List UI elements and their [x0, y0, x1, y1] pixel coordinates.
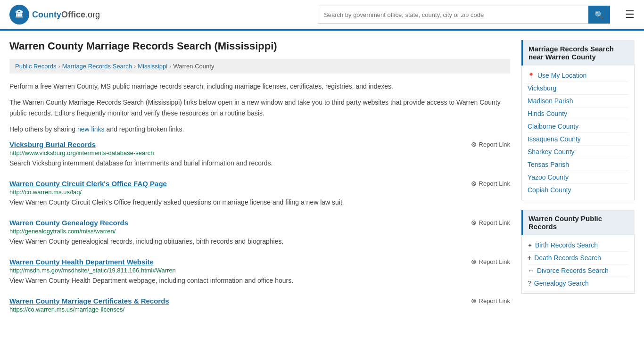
sidebar-item-issaquena-county[interactable]: Issaquena County [528, 133, 628, 146]
sidebar-use-location[interactable]: Use My Location [528, 69, 628, 82]
sidebar-public-records-section: Warren County Public Records Birth Recor… [521, 210, 635, 294]
sidebar-birth-records[interactable]: Birth Records Search [528, 239, 628, 252]
result-header: Warren County Marriage Certificates & Re… [9, 297, 510, 305]
result-description: View Warren County genealogical records,… [9, 237, 510, 247]
result-description: View Warren County Circuit Clerk's Offic… [9, 197, 510, 207]
sidebar-death-records[interactable]: Death Records Search [528, 252, 628, 264]
sidebar-nearby-title: Marriage Records Search near Warren Coun… [521, 40, 635, 66]
result-title[interactable]: Warren County Marriage Certificates & Re… [9, 297, 169, 305]
location-icon [528, 72, 535, 79]
logo-icon: 🏛 [9, 5, 29, 25]
divorce-icon [528, 267, 534, 274]
sidebar-item-claiborne-county[interactable]: Claiborne County [528, 120, 628, 133]
search-input[interactable] [318, 6, 588, 24]
report-icon: ⊗ [471, 180, 477, 187]
description-3: Help others by sharing new links and rep… [9, 124, 510, 134]
breadcrumb-sep-3: › [169, 63, 171, 70]
sidebar-item-hinds-county[interactable]: Hinds County [528, 107, 628, 120]
breadcrumb-sep-1: › [58, 63, 60, 70]
result-item: Warren County Health Department Website … [9, 258, 510, 286]
site-header: 🏛 CountyOffice.org 🔍 ☰ [0, 0, 644, 31]
result-description: View Warren County Health Department web… [9, 276, 510, 286]
main-content: Warren County Marriage Records Search (M… [9, 40, 510, 324]
sidebar-item-yazoo-county[interactable]: Yazoo County [528, 171, 628, 184]
report-icon: ⊗ [471, 140, 477, 148]
breadcrumb-mississippi[interactable]: Mississippi [138, 63, 167, 70]
result-description: Search Vicksburg internment database for… [9, 158, 510, 168]
sidebar-divorce-records[interactable]: Divorce Records Search [528, 264, 628, 277]
sidebar-item-madison-parish[interactable]: Madison Parish [528, 95, 628, 107]
genealogy-icon [528, 280, 531, 287]
breadcrumb-sep-2: › [134, 63, 136, 70]
report-icon: ⊗ [471, 258, 477, 265]
description-1: Perform a free Warren County, MS public … [9, 81, 510, 91]
breadcrumb-public-records[interactable]: Public Records [15, 63, 56, 70]
result-url[interactable]: https://co.warren.ms.us/marriage-license… [9, 306, 510, 313]
main-layout: Warren County Marriage Records Search (M… [0, 31, 644, 334]
report-link-button[interactable]: ⊗ Report Link [471, 180, 510, 187]
sidebar: Marriage Records Search near Warren Coun… [521, 40, 635, 324]
sidebar-item-copiah-county[interactable]: Copiah County [528, 184, 628, 196]
result-url[interactable]: http://msdh.ms.gov/msdhsite/_static/19,8… [9, 267, 510, 274]
result-url[interactable]: http://genealogytrails.com/miss/warren/ [9, 228, 510, 235]
sidebar-item-tensas-parish[interactable]: Tensas Parish [528, 158, 628, 171]
logo-text: CountyOffice.org [32, 10, 100, 20]
result-header: Warren County Circuit Clerk's Office FAQ… [9, 180, 510, 188]
birth-icon [528, 242, 532, 249]
result-title[interactable]: Warren County Genealogy Records [9, 219, 128, 227]
sidebar-item-vicksburg[interactable]: Vicksburg [528, 82, 628, 95]
breadcrumb-marriage-records[interactable]: Marriage Records Search [62, 63, 132, 70]
search-button[interactable]: 🔍 [588, 6, 610, 24]
result-header: Warren County Health Department Website … [9, 258, 510, 266]
description-2: The Warren County Marriage Records Searc… [9, 97, 510, 118]
result-header: Vicksburg Burial Records ⊗ Report Link [9, 140, 510, 148]
result-item: Warren County Marriage Certificates & Re… [9, 297, 510, 313]
result-url[interactable]: http://co.warren.ms.us/faq/ [9, 189, 510, 196]
report-link-button[interactable]: ⊗ Report Link [471, 258, 510, 265]
result-title[interactable]: Warren County Circuit Clerk's Office FAQ… [9, 180, 167, 188]
result-header: Warren County Genealogy Records ⊗ Report… [9, 219, 510, 227]
logo-area[interactable]: 🏛 CountyOffice.org [9, 5, 100, 25]
result-item: Warren County Circuit Clerk's Office FAQ… [9, 180, 510, 207]
report-icon: ⊗ [471, 297, 477, 304]
sidebar-item-sharkey-county[interactable]: Sharkey County [528, 146, 628, 158]
report-link-button[interactable]: ⊗ Report Link [471, 140, 510, 148]
result-item: Vicksburg Burial Records ⊗ Report Link h… [9, 140, 510, 168]
result-url[interactable]: http://www.vicksburg.org/interments-data… [9, 149, 510, 156]
sidebar-nearby-content: Use My Location Vicksburg Madison Parish… [521, 66, 635, 200]
death-icon [528, 254, 531, 262]
report-link-button[interactable]: ⊗ Report Link [471, 297, 510, 304]
new-links-link[interactable]: new links [77, 125, 105, 133]
sidebar-public-records-title: Warren County Public Records [521, 210, 635, 235]
result-item: Warren County Genealogy Records ⊗ Report… [9, 219, 510, 247]
menu-button[interactable]: ☰ [625, 8, 635, 21]
sidebar-nearby-section: Marriage Records Search near Warren Coun… [521, 40, 635, 200]
report-link-button[interactable]: ⊗ Report Link [471, 219, 510, 226]
breadcrumb: Public Records › Marriage Records Search… [9, 59, 510, 74]
search-bar: 🔍 [318, 6, 610, 24]
result-title[interactable]: Vicksburg Burial Records [9, 140, 96, 148]
breadcrumb-warren-county: Warren County [173, 63, 214, 70]
result-title[interactable]: Warren County Health Department Website [9, 258, 154, 266]
results-list: Vicksburg Burial Records ⊗ Report Link h… [9, 140, 510, 313]
page-title: Warren County Marriage Records Search (M… [9, 40, 510, 52]
sidebar-public-records-content: Birth Records Search Death Records Searc… [521, 235, 635, 294]
report-icon: ⊗ [471, 219, 477, 226]
sidebar-genealogy-search[interactable]: Genealogy Search [528, 277, 628, 289]
